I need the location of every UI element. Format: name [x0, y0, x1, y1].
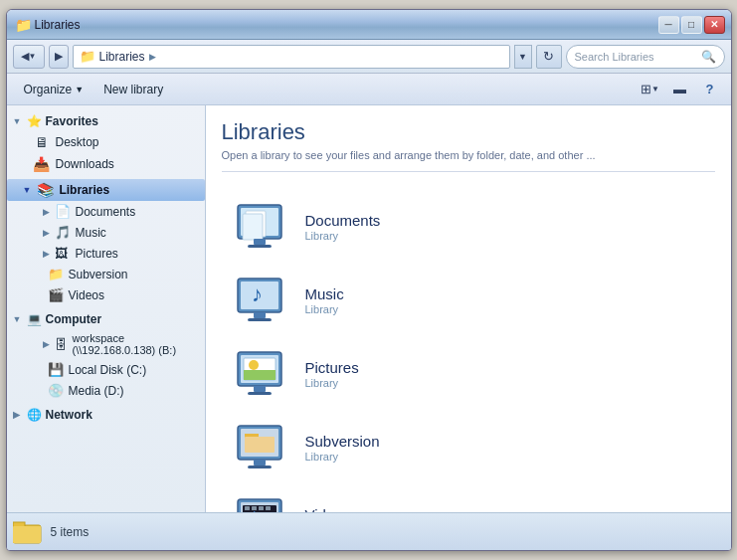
organize-button[interactable]: Organize ▼: [15, 77, 93, 102]
documents-nav-label: Documents: [76, 205, 136, 219]
status-folder-svg: [13, 519, 43, 545]
path-arrow: ▶: [149, 52, 156, 62]
refresh-button[interactable]: ↻: [536, 45, 562, 69]
network-header[interactable]: ▶ 🌐 Network: [7, 405, 205, 425]
view-layout-icon: ⊞: [641, 82, 651, 96]
close-button[interactable]: ✕: [704, 16, 725, 34]
downloads-icon: 📥: [33, 156, 51, 172]
status-folder-icon: [13, 518, 43, 546]
favorites-label: Favorites: [46, 114, 98, 128]
favorites-section: ▼ ⭐ Favorites 🖥 Desktop 📥 Downloads: [7, 111, 205, 175]
organize-dropdown-icon: ▼: [75, 85, 84, 94]
status-text: 5 items: [51, 525, 90, 539]
subversion-nav-label: Subversion: [69, 268, 128, 281]
computer-label: Computer: [46, 312, 102, 326]
documents-library-info: Documents Library: [305, 212, 381, 242]
search-icon: 🔍: [701, 50, 716, 64]
subversion-svg-icon: [232, 424, 287, 471]
refresh-icon: ↻: [543, 49, 554, 64]
music-library-name: Music: [305, 285, 344, 302]
preview-pane-button[interactable]: ▬: [667, 77, 693, 102]
help-button[interactable]: ?: [697, 77, 723, 102]
maximize-button[interactable]: □: [681, 16, 702, 34]
nav-item-desktop[interactable]: 🖥 Desktop: [7, 131, 205, 153]
nav-item-media[interactable]: 💿 Media (D:): [7, 380, 205, 401]
nav-item-videos[interactable]: 🎬 Videos: [7, 284, 205, 305]
nav-item-subversion[interactable]: 📁 Subversion: [7, 264, 205, 284]
svg-text:♪: ♪: [252, 281, 263, 306]
svg-rect-29: [259, 506, 264, 510]
workspace-icon: 🗄: [55, 337, 68, 352]
videos-library-icon: [230, 496, 289, 512]
svg-rect-9: [254, 312, 266, 318]
music-expand-icon: ▶: [43, 228, 50, 238]
main-area: ▼ ⭐ Favorites 🖥 Desktop 📥 Downloads ▼ 📚: [7, 105, 731, 512]
media-icon: 💿: [48, 383, 64, 398]
svg-rect-21: [245, 437, 275, 453]
downloads-label: Downloads: [56, 157, 114, 171]
library-item-documents[interactable]: Documents Library: [222, 192, 715, 262]
favorites-header[interactable]: ▼ ⭐ Favorites: [7, 111, 205, 131]
music-library-icon: ♪: [230, 276, 289, 325]
workspace-expand-icon: ▶: [43, 339, 50, 349]
search-box[interactable]: Search Libraries 🔍: [566, 45, 725, 69]
pictures-library-icon: [230, 349, 289, 399]
subversion-library-info: Subversion Library: [305, 433, 380, 463]
nav-item-workspace[interactable]: ▶ 🗄 workspace (\\192.168.0.138) (B:): [7, 329, 205, 359]
address-dropdown-button[interactable]: ▼: [514, 45, 532, 69]
pictures-library-type: Library: [305, 377, 359, 389]
title-bar: 📁 Libraries ─ □ ✕: [7, 10, 731, 40]
minimize-button[interactable]: ─: [658, 16, 679, 34]
content-pane: Libraries Open a library to see your fil…: [206, 105, 731, 512]
address-bar: ◀ ▼ ▶ 📁 Libraries ▶ ▼ ↻ Search Libraries…: [7, 40, 731, 74]
documents-svg-icon: [232, 203, 287, 251]
svg-rect-16: [254, 386, 266, 392]
pictures-svg-icon: [232, 350, 287, 398]
local-disk-label: Local Disk (C:): [69, 363, 147, 377]
nav-item-music[interactable]: ▶ 🎵 Music: [7, 222, 205, 243]
toolbar-right: ⊞ ▼ ▬ ?: [638, 77, 723, 102]
documents-library-name: Documents: [305, 212, 381, 229]
status-bar: 5 items: [7, 512, 731, 550]
nav-item-pictures[interactable]: ▶ 🖼 Pictures: [7, 243, 205, 264]
back-button[interactable]: ◀ ▼: [13, 45, 45, 69]
videos-nav-label: Videos: [69, 288, 104, 302]
library-item-music[interactable]: ♪ Music Library: [222, 266, 715, 335]
nav-item-documents[interactable]: ▶ 📄 Documents: [7, 201, 205, 222]
documents-library-icon: [230, 202, 289, 252]
window-title: Libraries: [35, 18, 81, 32]
search-placeholder-text: Search Libraries: [575, 51, 697, 63]
svg-rect-30: [266, 506, 271, 510]
subversion-library-type: Library: [305, 451, 380, 463]
title-bar-left: 📁 Libraries: [15, 17, 81, 33]
svg-rect-3: [243, 214, 263, 240]
libraries-expand-icon: ▼: [23, 185, 32, 195]
back-dropdown-icon: ▼: [29, 52, 37, 61]
svg-rect-27: [245, 506, 250, 510]
toolbar: Organize ▼ New library ⊞ ▼ ▬ ?: [7, 74, 731, 105]
svg-rect-22: [254, 460, 266, 466]
subversion-library-name: Subversion: [305, 433, 380, 450]
nav-item-downloads[interactable]: 📥 Downloads: [7, 153, 205, 175]
network-expand-icon: ▶: [13, 410, 23, 420]
content-title: Libraries: [222, 119, 715, 145]
library-item-pictures[interactable]: Pictures Library: [222, 339, 715, 409]
help-icon: ?: [706, 82, 714, 96]
nav-item-local-disk[interactable]: 💾 Local Disk (C:): [7, 359, 205, 380]
svg-rect-10: [248, 318, 272, 321]
view-dropdown-button[interactable]: ⊞ ▼: [638, 77, 663, 102]
forward-button[interactable]: ▶: [49, 45, 69, 69]
videos-nav-icon: 🎬: [48, 287, 64, 302]
libraries-label: Libraries: [59, 183, 109, 197]
library-item-videos[interactable]: Videos Library: [222, 486, 715, 512]
new-library-button[interactable]: New library: [94, 77, 172, 102]
desktop-label: Desktop: [56, 135, 99, 149]
music-library-info: Music Library: [305, 285, 344, 315]
media-label: Media (D:): [69, 384, 124, 398]
computer-header[interactable]: ▼ 💻 Computer: [7, 309, 205, 329]
new-library-label: New library: [103, 83, 163, 96]
libraries-section: ▼ 📚 Libraries ▶ 📄 Documents ▶ 🎵 Music ▶ …: [7, 179, 205, 305]
library-item-subversion[interactable]: Subversion Library: [222, 413, 715, 482]
address-path-box[interactable]: 📁 Libraries ▶: [73, 45, 510, 69]
libraries-header[interactable]: ▼ 📚 Libraries: [7, 179, 205, 201]
